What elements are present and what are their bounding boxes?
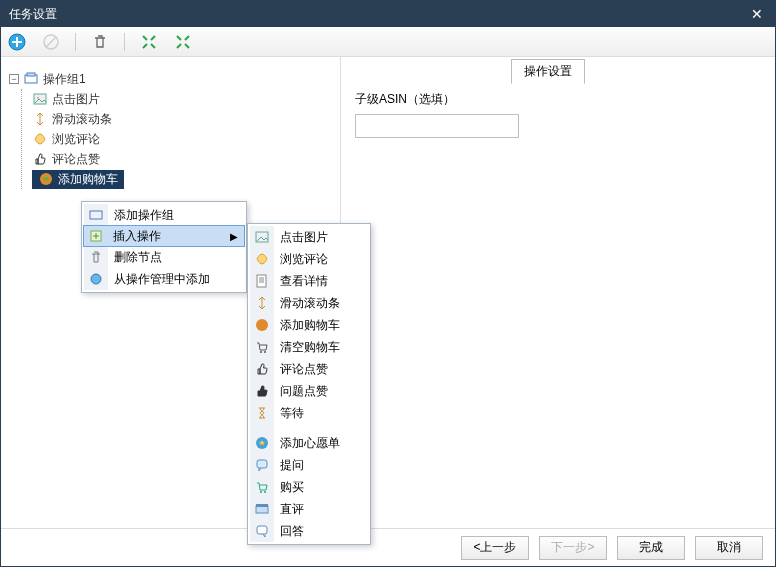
toolbar	[1, 27, 775, 57]
submenu-arrow-icon: ▶	[230, 231, 238, 242]
submenu-label: 购买	[280, 479, 304, 496]
tree-item-label: 点击图片	[52, 91, 100, 108]
tab-operation-settings[interactable]: 操作设置	[511, 59, 585, 84]
svg-point-15	[264, 351, 266, 353]
finish-button[interactable]: 完成	[617, 536, 685, 560]
close-button[interactable]: ✕	[747, 6, 767, 22]
svg-point-10	[91, 274, 101, 284]
body: 操作设置 − 操作组1 点击图片 滑动滚动条	[1, 57, 775, 528]
tree-item[interactable]: 点击图片	[32, 89, 336, 109]
svg-rect-12	[257, 275, 266, 287]
group-icon	[88, 207, 104, 223]
field-label: 子级ASIN（选填）	[355, 91, 765, 108]
submenu-item[interactable]: 滑动滚动条	[250, 292, 368, 314]
collapse-button[interactable]	[173, 32, 193, 52]
tree-item-label: 评论点赞	[52, 151, 100, 168]
svg-rect-17	[257, 460, 267, 468]
cart-clear-icon	[254, 339, 270, 355]
image-icon	[32, 91, 48, 107]
submenu-item[interactable]: 浏览评论	[250, 248, 368, 270]
svg-point-18	[260, 491, 262, 493]
detail-icon	[254, 273, 270, 289]
tree-root[interactable]: − 操作组1	[9, 69, 336, 89]
prev-button[interactable]: <上一步	[461, 536, 529, 560]
submenu-item[interactable]: 购买	[250, 476, 368, 498]
menu-delete-node[interactable]: 删除节点	[84, 246, 244, 268]
submenu-label: 点击图片	[280, 229, 328, 246]
cart-add-icon	[254, 317, 270, 333]
menu-insert-operation[interactable]: 插入操作 ▶	[83, 225, 245, 247]
svg-rect-20	[256, 506, 268, 513]
delete-icon	[88, 249, 104, 265]
tree-item[interactable]: 浏览评论	[32, 129, 336, 149]
menu-item-label: 删除节点	[114, 249, 162, 266]
browse-icon	[32, 131, 48, 147]
svg-point-13	[256, 319, 268, 331]
submenu-item[interactable]: 点击图片	[250, 226, 368, 248]
image-icon	[254, 229, 270, 245]
trash-button[interactable]	[90, 32, 110, 52]
svg-point-19	[264, 491, 266, 493]
buy-icon	[254, 479, 270, 495]
ask-icon	[254, 457, 270, 473]
tree-item-selected[interactable]: 添加购物车	[32, 169, 336, 189]
submenu-item[interactable]: 回答	[250, 520, 368, 542]
menu-add-group[interactable]: 添加操作组	[84, 204, 244, 226]
context-menu: 添加操作组 插入操作 ▶ 删除节点 从操作管理中添加	[81, 201, 247, 293]
settings-panel: 子级ASIN（选填）	[341, 57, 775, 528]
add-button[interactable]	[7, 32, 27, 52]
submenu-item[interactable]: 等待	[250, 402, 368, 424]
scroll-icon	[254, 295, 270, 311]
svg-rect-22	[257, 526, 267, 534]
cart-icon	[38, 171, 54, 187]
submenu-item[interactable]: 评论点赞	[250, 358, 368, 380]
separator	[124, 33, 125, 51]
submenu-item[interactable]: 添加心愿单	[250, 432, 368, 454]
group-icon	[23, 71, 39, 87]
tree-item-label: 滑动滚动条	[52, 111, 112, 128]
submenu-item[interactable]: 添加购物车	[250, 314, 368, 336]
dialog-title: 任务设置	[9, 6, 57, 23]
submenu-label: 直评	[280, 501, 304, 518]
tree-root-label: 操作组1	[43, 71, 86, 88]
expand-button[interactable]	[139, 32, 159, 52]
wish-icon	[254, 435, 270, 451]
svg-rect-8	[90, 211, 102, 219]
submenu-item[interactable]: 直评	[250, 498, 368, 520]
collapse-icon[interactable]: −	[9, 74, 19, 84]
submenu-label: 问题点赞	[280, 383, 328, 400]
submenu: 点击图片 浏览评论 查看详情 滑动滚动条 添加购物车 清空购物车 评论点赞 问题…	[247, 223, 371, 545]
titlebar: 任务设置 ✕	[1, 1, 775, 27]
submenu-label: 提问	[280, 457, 304, 474]
thumb-icon	[254, 361, 270, 377]
tree-item-label: 浏览评论	[52, 131, 100, 148]
submenu-label: 回答	[280, 523, 304, 540]
tree-item[interactable]: 滑动滚动条	[32, 109, 336, 129]
svg-line-2	[46, 37, 56, 47]
submenu-label: 添加购物车	[280, 317, 340, 334]
submenu-label: 评论点赞	[280, 361, 328, 378]
cancel-button[interactable]: 取消	[695, 536, 763, 560]
menu-item-label: 插入操作	[113, 228, 161, 245]
submenu-label: 滑动滚动条	[280, 295, 340, 312]
browse-icon	[254, 251, 270, 267]
svg-rect-4	[27, 73, 35, 76]
tree-item[interactable]: 评论点赞	[32, 149, 336, 169]
submenu-item[interactable]: 提问	[250, 454, 368, 476]
submenu-item[interactable]: 问题点赞	[250, 380, 368, 402]
submenu-item[interactable]: 查看详情	[250, 270, 368, 292]
tree-children: 点击图片 滑动滚动条 浏览评论 评论点赞	[21, 89, 336, 189]
tree[interactable]: − 操作组1 点击图片 滑动滚动条	[5, 61, 336, 189]
thumb2-icon	[254, 383, 270, 399]
next-button: 下一步>	[539, 536, 607, 560]
tree-item-label: 添加购物车	[58, 171, 118, 188]
manage-icon	[88, 271, 104, 287]
submenu-label: 清空购物车	[280, 339, 340, 356]
submenu-item[interactable]: 清空购物车	[250, 336, 368, 358]
review-icon	[254, 501, 270, 517]
menu-add-from-manager[interactable]: 从操作管理中添加	[84, 268, 244, 290]
thumb-icon	[32, 151, 48, 167]
separator	[75, 33, 76, 51]
asin-input[interactable]	[355, 114, 519, 138]
submenu-label: 添加心愿单	[280, 435, 340, 452]
